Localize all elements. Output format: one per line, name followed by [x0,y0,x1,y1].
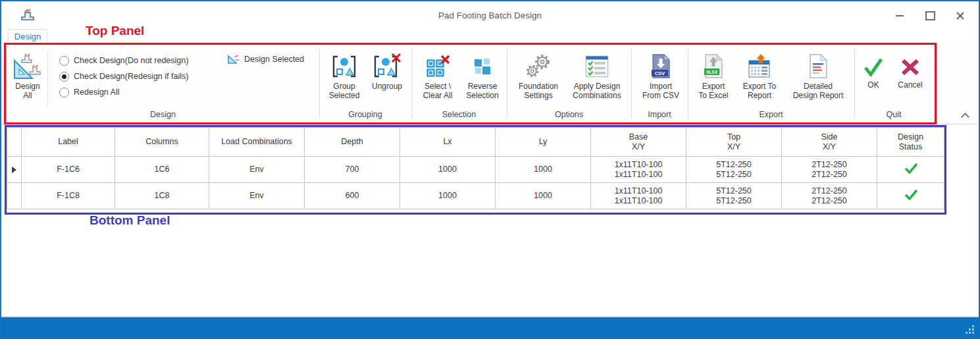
ungroup-button[interactable]: Ungroup [366,51,408,91]
design-all-button[interactable]: Design All [8,51,47,100]
row-selector[interactable] [7,183,22,209]
ok-check-icon [862,54,885,80]
col-header-lx[interactable]: Lx [400,128,496,157]
radio-label: Redesign All [74,88,120,97]
group-selected-button[interactable]: Group Selected [324,51,365,100]
cell-load-combinations[interactable]: Env [209,157,305,183]
close-icon [956,11,965,20]
ribbon: Design All Check Design(Do not redesign)… [3,43,977,124]
cell-side-xy[interactable]: 2T12-2502T12-250 [782,157,877,183]
cell-top-xy[interactable]: 5T12-2505T12-250 [686,157,782,183]
radio-icon [59,88,69,97]
group-caption-design: Design [7,110,319,119]
cell-side-xy[interactable]: 2T12-2502T12-250 [782,183,877,209]
col-header-side-xy[interactable]: SideX/Y [782,128,877,157]
group-caption-export: Export [688,110,854,119]
detailed-design-report-label: Detailed Design Report [793,82,844,100]
design-selected-button[interactable]: Design Selected [227,53,304,65]
resize-grip[interactable] [965,325,975,335]
ok-button[interactable]: OK [858,54,889,90]
col-header-depth[interactable]: Depth [305,128,400,157]
import-from-csv-icon: CSV [651,51,671,82]
cancel-button[interactable]: Cancel [892,54,928,90]
col-header-load-combinations[interactable]: Load Combinations [209,128,305,157]
select-clear-all-label: Select \ Clear All [423,82,453,100]
close-button[interactable] [955,11,966,21]
cancel-x-icon [900,54,921,80]
design-all-label: Design All [15,82,39,100]
radio-label: Check Design(Redesign if fails) [74,72,188,81]
apply-design-combinations-label: Apply Design Combinations [573,82,621,100]
row-selector[interactable] [7,157,22,183]
cell-label[interactable]: F-1C8 [22,183,115,209]
col-header-top-xy[interactable]: TopX/Y [686,128,782,157]
row-selector-header [7,128,22,157]
minimize-button[interactable] [894,11,905,21]
import-from-csv-button[interactable]: CSV Import From CSV [636,51,686,100]
export-to-report-button[interactable]: Export To Report [736,51,783,100]
design-status-pass-icon [904,163,918,174]
divider [319,49,320,118]
cell-design-status[interactable] [877,157,944,183]
export-to-excel-label: Export To Excel [698,82,728,100]
ribbon-collapse-chevron-icon[interactable] [962,112,969,119]
col-header-design-status[interactable]: DesignStatus [877,128,944,157]
cell-top-xy[interactable]: 5T12-2505T12-250 [686,183,782,209]
cell-columns[interactable]: 1C6 [115,157,209,183]
design-status-pass-icon [904,189,918,201]
ungroup-label: Ungroup [372,82,402,91]
select-clear-all-button[interactable]: Select \ Clear All [417,51,458,100]
ungroup-icon [373,51,401,82]
radio-check-design-redesign-if-fails[interactable]: Check Design(Redesign if fails) [59,68,188,84]
cell-label[interactable]: F-1C6 [22,157,115,183]
foundation-settings-button[interactable]: Foundation Settings [512,51,565,100]
radio-redesign-all[interactable]: Redesign All [59,84,188,100]
reverse-selection-button[interactable]: Reverse Selection [461,51,504,100]
export-to-report-label: Export To Report [743,82,776,100]
col-header-base-xy[interactable]: BaseX/Y [591,128,686,157]
tab-design[interactable]: Design [8,29,47,43]
cell-load-combinations[interactable]: Env [209,183,305,209]
cell-lx[interactable]: 1000 [400,157,496,183]
group-selected-icon [332,51,357,82]
cell-ly[interactable]: 1000 [496,183,591,209]
apply-design-combinations-button[interactable]: Apply Design Combinations [565,51,629,100]
app-window: Pad Footing Batch Design Design Top Pane… [0,0,980,339]
cell-base-xy[interactable]: 1x11T10-1001x11T10-100 [591,183,686,209]
export-to-excel-button[interactable]: XLSX Export To Excel [692,51,735,100]
radio-icon [59,56,69,66]
radio-check-design-no-redesign[interactable]: Check Design(Do not redesign) [59,53,188,68]
detailed-design-report-icon [808,51,828,82]
divider [47,51,48,107]
maximize-button[interactable] [925,11,935,21]
group-caption-quit: Quit [854,110,933,119]
foundation-settings-icon [525,51,552,82]
divider [411,49,412,118]
bottom-panel-annotation: Bottom Panel [90,213,170,228]
cell-design-status[interactable] [877,183,944,209]
top-panel-annotation: Top Panel [86,24,144,38]
detailed-design-report-button[interactable]: Detailed Design Report [785,51,852,100]
current-row-arrow-icon [12,167,16,173]
cell-depth[interactable]: 600 [305,183,400,209]
cell-columns[interactable]: 1C8 [115,183,209,209]
cell-depth[interactable]: 700 [305,157,400,183]
cell-ly[interactable]: 1000 [496,157,591,183]
col-header-columns[interactable]: Columns [115,128,209,157]
export-to-excel-icon: XLSX [704,51,723,82]
apply-design-combinations-icon [585,51,609,82]
maximize-icon [925,11,935,20]
col-header-label[interactable]: Label [22,128,115,157]
import-from-csv-label: Import From CSV [642,82,679,100]
table-row: F-1C6 1C6 Env 700 1000 1000 1x11T10-1001… [7,157,944,183]
radio-label: Check Design(Do not redesign) [74,56,188,65]
svg-text:CSV: CSV [655,70,665,76]
cell-lx[interactable]: 1000 [400,183,496,209]
window-title: Pad Footing Batch Design [3,11,977,20]
export-to-report-icon [747,51,772,82]
svg-text:XLSX: XLSX [706,70,718,74]
ok-label: OK [867,80,879,90]
design-all-icon [13,51,42,82]
col-header-ly[interactable]: Ly [496,128,591,157]
cell-base-xy[interactable]: 1x11T10-1001x11T10-100 [591,157,686,183]
